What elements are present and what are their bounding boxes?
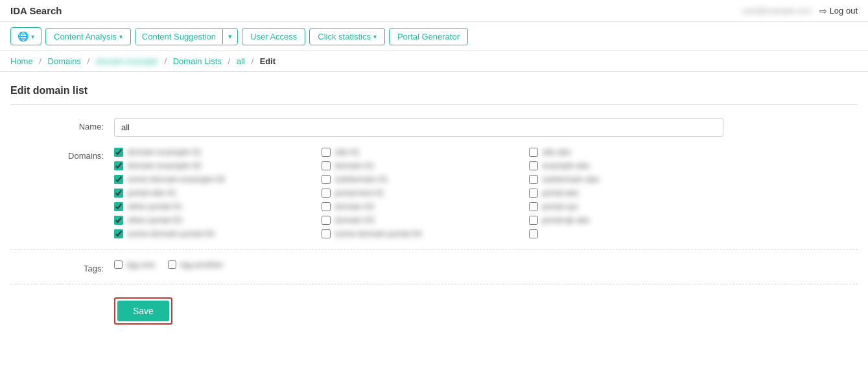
domain-checkbox-col3-6[interactable] — [529, 229, 538, 238]
domain-checkbox-col2-3[interactable] — [322, 189, 331, 198]
domain-item-col2-6: some-domain-portal-04 — [322, 229, 516, 238]
domain-item-col2-0: site-01 — [322, 147, 516, 157]
save-wrapper: Save — [10, 297, 858, 325]
content-suggestion-caret[interactable]: ▾ — [222, 29, 237, 44]
domain-checkbox-col1-4[interactable] — [114, 202, 123, 211]
domain-checkbox-col3-0[interactable] — [529, 148, 538, 157]
portal-generator-label: Portal Generator — [397, 32, 460, 41]
domain-label-col2-4: domain-02 — [334, 201, 374, 211]
domain-checkbox-col2-0[interactable] — [322, 148, 331, 157]
sep-3: / — [164, 56, 167, 66]
domain-item-col2-5: domain-03 — [322, 215, 516, 225]
domain-label-col1-6: some-domain-portal-03 — [127, 229, 214, 238]
nav-content-analysis[interactable]: Content Analysis ▾ — [45, 28, 131, 45]
domain-item-col1-1: domain-example-02 — [114, 161, 309, 170]
domain-item-col3-3: portal-abc — [529, 188, 723, 198]
tag-checkbox-0[interactable] — [114, 260, 123, 269]
tag-item-0: tag-one — [114, 260, 155, 270]
nav-click-statistics[interactable]: Click statistics ▾ — [309, 28, 385, 45]
breadcrumb-domain-lists[interactable]: Domain Lists — [173, 56, 222, 66]
tags-label: Tags: — [10, 260, 114, 273]
domain-label-col2-2: subdomain-01 — [334, 174, 388, 184]
domain-label-col3-1: example-abc — [542, 161, 590, 170]
domain-label-col2-1: domain-01 — [334, 161, 374, 170]
tag-checkbox-1[interactable] — [168, 260, 176, 269]
domain-checkbox-col2-2[interactable] — [322, 175, 331, 184]
domain-checkbox-col2-4[interactable] — [322, 202, 331, 211]
domain-item-col2-3: portal-test-01 — [322, 188, 516, 198]
domains-content: domain-example-01site-01site-abcdomain-e… — [114, 147, 858, 238]
sep-2: / — [87, 56, 89, 66]
domains-grid: domain-example-01site-01site-abcdomain-e… — [114, 147, 723, 238]
domain-checkbox-col1-0[interactable] — [114, 148, 123, 157]
sep-1: / — [39, 56, 41, 66]
app-title: IDA Search — [10, 5, 62, 16]
domain-checkbox-col3-1[interactable] — [529, 161, 538, 170]
domain-item-col1-3: portal-site-01 — [114, 188, 309, 198]
domain-checkbox-col3-5[interactable] — [529, 216, 538, 225]
breadcrumb-all[interactable]: all — [237, 56, 245, 66]
domain-checkbox-col1-2[interactable] — [114, 175, 123, 184]
user-email: user@example.com — [742, 6, 812, 16]
logout-label: Log out — [830, 6, 858, 16]
breadcrumb: Home / Domains / domain-example / Domain… — [0, 51, 868, 72]
click-statistics-label: Click statistics — [318, 32, 371, 41]
domain-label-col3-0: site-abc — [542, 147, 572, 157]
header-right: user@example.com ⇨ Log out — [742, 6, 858, 16]
domain-checkbox-col1-3[interactable] — [114, 189, 123, 198]
domain-checkbox-col2-6[interactable] — [322, 229, 331, 238]
domain-label-col2-3: portal-test-01 — [334, 188, 384, 198]
content-suggestion-main[interactable]: Content Suggestion — [135, 29, 222, 45]
domain-checkbox-col3-3[interactable] — [529, 189, 538, 198]
save-divider — [10, 284, 858, 284]
domain-label-col2-5: domain-03 — [334, 215, 374, 225]
save-button-container: Save — [114, 297, 172, 325]
domain-checkbox-col1-6[interactable] — [114, 229, 123, 238]
domain-item-col1-4: other-portal-01 — [114, 201, 309, 211]
nav-content-suggestion: Content Suggestion ▾ — [135, 28, 238, 45]
breadcrumb-domain-name[interactable]: domain-example — [96, 56, 158, 66]
domain-label-col2-0: site-01 — [334, 147, 360, 157]
tags-content: tag-onetag-another — [114, 260, 858, 270]
domain-label-col2-6: some-domain-portal-04 — [334, 229, 421, 238]
name-row: Name: — [10, 118, 858, 137]
sep-4: / — [228, 56, 230, 66]
domain-item-col3-1: example-abc — [529, 161, 723, 170]
domain-item-col1-0: domain-example-01 — [114, 147, 309, 157]
domains-label: Domains: — [10, 147, 114, 161]
domain-label-col3-2: subdomain-abc — [542, 174, 600, 184]
divider — [10, 249, 858, 249]
domain-label-col1-3: portal-site-01 — [127, 188, 176, 198]
domain-checkbox-col2-1[interactable] — [322, 161, 331, 170]
domain-label-col3-5: portal-ijk-abc — [542, 215, 590, 225]
section-title: Edit domain list — [10, 85, 858, 105]
domain-item-col1-6: some-domain-portal-03 — [114, 229, 309, 238]
domain-checkbox-col1-1[interactable] — [114, 161, 123, 170]
breadcrumb-domains[interactable]: Domains — [48, 56, 81, 66]
user-access-label: User Access — [250, 32, 297, 41]
nav-portal-generator[interactable]: Portal Generator — [389, 28, 468, 45]
globe-button[interactable]: 🌐 ▾ — [10, 27, 41, 45]
tags-grid: tag-onetag-another — [114, 260, 723, 270]
breadcrumb-home[interactable]: Home — [10, 56, 33, 66]
globe-caret: ▾ — [31, 33, 34, 40]
domain-item-col3-4: portal-xyz — [529, 201, 723, 211]
name-content — [114, 118, 858, 137]
domain-item-col2-1: domain-01 — [322, 161, 516, 170]
domain-checkbox-col2-5[interactable] — [322, 216, 331, 225]
domain-item-col3-2: subdomain-abc — [529, 174, 723, 184]
content-suggestion-label: Content Suggestion — [142, 32, 216, 41]
domain-item-col3-0: site-abc — [529, 147, 723, 157]
globe-icon: 🌐 — [18, 31, 29, 41]
save-button[interactable]: Save — [117, 301, 169, 321]
domain-checkbox-col3-2[interactable] — [529, 175, 538, 184]
tags-row: Tags: tag-onetag-another — [10, 260, 858, 273]
tag-label-1: tag-another — [180, 260, 224, 270]
main-content: Edit domain list Name: Domains: domain-e… — [0, 72, 868, 338]
name-input[interactable] — [114, 118, 723, 137]
nav-user-access[interactable]: User Access — [242, 28, 305, 45]
domain-item-col3-5: portal-ijk-abc — [529, 215, 723, 225]
domain-checkbox-col1-5[interactable] — [114, 216, 123, 225]
logout-button[interactable]: ⇨ Log out — [819, 6, 858, 16]
domain-checkbox-col3-4[interactable] — [529, 202, 538, 211]
